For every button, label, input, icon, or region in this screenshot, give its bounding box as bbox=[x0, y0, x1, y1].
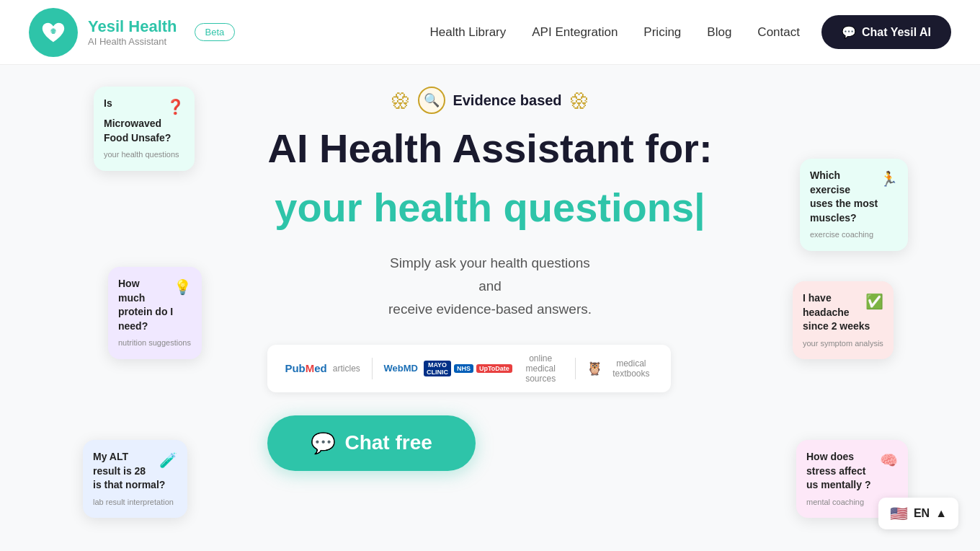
nav-health-library[interactable]: Health Library bbox=[429, 25, 506, 40]
test-tube-icon: 🧪 bbox=[159, 450, 177, 470]
nav-links: Health Library API Entegration Pricing B… bbox=[429, 25, 800, 40]
bulb-icon: 💡 bbox=[174, 277, 192, 297]
card-protein-tag: nutrition suggestions bbox=[118, 338, 192, 348]
textbooks-section: 🦉 medical textbooks bbox=[575, 358, 654, 379]
question-icon: ❓ bbox=[166, 97, 184, 117]
card-protein-text: How much protein do I need? bbox=[118, 278, 173, 332]
logo-icon bbox=[29, 8, 78, 57]
evidence-text: Evidence based bbox=[453, 92, 561, 109]
owl-icon: 🦉 bbox=[587, 361, 602, 376]
logo-title: Yesil Health bbox=[88, 17, 177, 36]
language-selector[interactable]: 🇺🇸 EN ▲ bbox=[878, 498, 958, 529]
evidence-badge: 🏵 🔍 Evidence based 🏵 bbox=[267, 87, 712, 114]
card-headache-text: I have headache since 2 weeks bbox=[803, 292, 870, 332]
card-headache-tag: your symptom analysis bbox=[803, 338, 883, 349]
check-icon: ✅ bbox=[865, 291, 883, 312]
nav-blog[interactable]: Blog bbox=[707, 25, 731, 40]
logo-text-area: Yesil Health AI Health Assistant bbox=[88, 17, 177, 47]
pubmed-logo: PubMed bbox=[285, 362, 326, 374]
card-alt-text: My ALT result is 28 is that normal? bbox=[93, 451, 165, 490]
hero-section: ❓ Is Microwaved Food Unsafe? your health… bbox=[0, 65, 980, 551]
hero-center: 🏵 🔍 Evidence based 🏵 AI Health Assistant… bbox=[267, 87, 712, 471]
online-label: online medical sources bbox=[518, 353, 564, 384]
language-code: EN bbox=[914, 507, 930, 520]
navigation: Yesil Health AI Health Assistant Beta He… bbox=[0, 0, 980, 65]
card-exercise-text: Which exercise uses the most muscles? bbox=[810, 169, 878, 224]
medical-label: medical textbooks bbox=[608, 358, 654, 379]
pubmed-label: articles bbox=[333, 363, 360, 374]
laurel-right: 🏵 bbox=[569, 89, 589, 113]
chat-yesil-label: Chat Yesil AI bbox=[862, 26, 931, 39]
uptodate-badge: UpToDate bbox=[476, 364, 512, 373]
chat-bubble-icon: 💬 bbox=[842, 25, 856, 39]
card-microwaved: ❓ Is Microwaved Food Unsafe? your health… bbox=[94, 87, 195, 171]
pubmed-section: PubMed articles bbox=[285, 362, 371, 374]
card-headache: ✅ I have headache since 2 weeks your sym… bbox=[793, 281, 894, 359]
chevron-up-icon: ▲ bbox=[935, 507, 947, 520]
evidence-search-icon: 🔍 bbox=[418, 87, 445, 114]
logo-area: Yesil Health AI Health Assistant Beta bbox=[29, 8, 235, 57]
webmd-logo: WebMD bbox=[384, 363, 418, 374]
hero-desc-line3: receive evidence-based answers. bbox=[388, 301, 592, 317]
nav-contact[interactable]: Contact bbox=[757, 25, 800, 40]
other-logos: MAYO CLINIC NHS UpToDate bbox=[424, 361, 512, 376]
heart-icon bbox=[40, 19, 67, 46]
hero-description: Simply ask your health questions and rec… bbox=[267, 252, 712, 322]
hero-typed-text: your health questions| bbox=[267, 185, 712, 231]
flag-icon: 🇺🇸 bbox=[890, 505, 908, 522]
nav-api[interactable]: API Entegration bbox=[532, 25, 618, 40]
run-icon: 🏃 bbox=[880, 169, 898, 189]
hero-title: AI Health Assistant for: bbox=[267, 125, 712, 172]
chat-bubble-icon-2: 💬 bbox=[311, 431, 336, 455]
sources-bar: PubMed articles WebMD MAYO CLINIC NHS Up… bbox=[267, 345, 671, 392]
card-stress-text: How does stress affect us mentally ? bbox=[806, 451, 870, 490]
card-alt-tag: lab result interpretation bbox=[93, 497, 177, 508]
chat-free-button[interactable]: 💬 Chat free bbox=[267, 415, 475, 471]
card-protein: 💡 How much protein do I need? nutrition … bbox=[108, 267, 202, 359]
card-exercise-tag: exercise coaching bbox=[810, 229, 898, 240]
laurel-left: 🏵 bbox=[391, 89, 411, 113]
hero-desc-line1: Simply ask your health questions bbox=[390, 255, 590, 270]
card-exercise: 🏃 Which exercise uses the most muscles? … bbox=[800, 159, 908, 251]
card-microwaved-text: Is Microwaved Food Unsafe? bbox=[104, 97, 171, 144]
logo-subtitle: AI Health Assistant bbox=[88, 36, 177, 47]
chat-free-label: Chat free bbox=[344, 431, 432, 454]
mayo-badge: MAYO CLINIC bbox=[424, 361, 451, 376]
card-alt: 🧪 My ALT result is 28 is that normal? la… bbox=[83, 440, 187, 518]
webmd-section: WebMD MAYO CLINIC NHS UpToDate online me… bbox=[373, 353, 575, 384]
brain-icon: 🧠 bbox=[880, 450, 898, 470]
nav-pricing[interactable]: Pricing bbox=[643, 25, 681, 40]
chat-yesil-button[interactable]: 💬 Chat Yesil AI bbox=[821, 15, 951, 49]
nhs-badge: NHS bbox=[454, 364, 473, 373]
hero-desc-line2: and bbox=[478, 278, 502, 294]
card-microwaved-tag: your health questions bbox=[104, 149, 184, 160]
beta-badge: Beta bbox=[195, 23, 236, 41]
